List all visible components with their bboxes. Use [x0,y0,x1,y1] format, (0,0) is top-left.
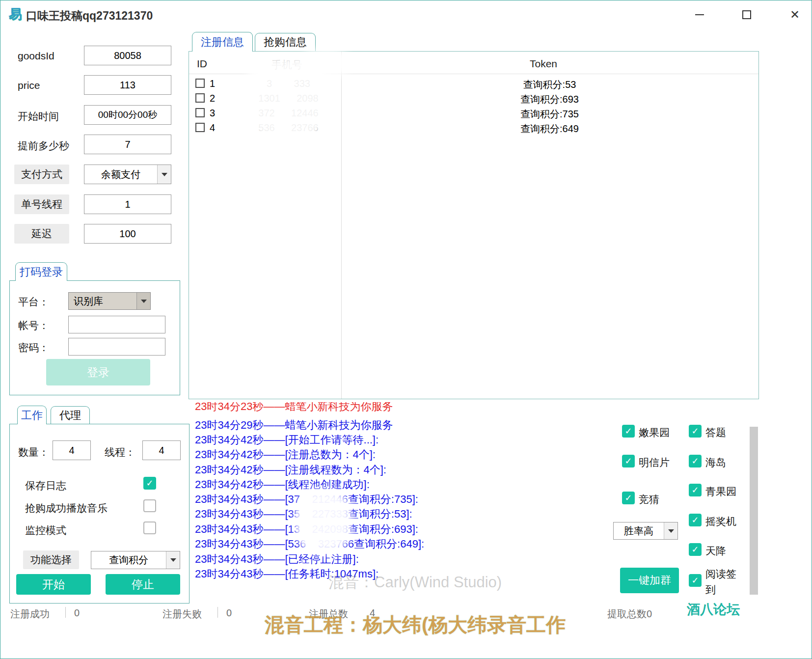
minimize-button[interactable] [687,4,712,25]
function-select-value: 查询积分 [91,551,166,569]
option-checkbox-yaojiangji[interactable]: ✓ [689,514,702,526]
status-extract-total: 提取总数0 [607,607,652,621]
music-on-success-checkbox[interactable] [143,499,156,512]
log-line: 23时34分29秒——蜡笔小新科技为你服务 [195,418,393,433]
status-reg-total-value: 4 [370,607,375,619]
price-label: price [18,80,40,91]
tab-purchase-info[interactable]: 抢购信息 [255,33,316,51]
check-icon: ✓ [691,426,699,437]
column-header-token[interactable]: Token [530,58,557,70]
start-button[interactable]: 开始 [16,574,91,595]
save-log-label: 保存日志 [25,479,66,493]
option-checkbox-nenguoyuan[interactable]: ✓ [622,425,635,438]
option-checkbox-yueduqiandao[interactable]: ✓ [689,574,702,587]
advance-seconds-input[interactable]: 7 [84,135,171,154]
save-log-checkbox[interactable]: ✓ [143,477,156,490]
status-reg-total-label: 注册总数 [309,607,348,621]
option-checkbox-qingguoyuan[interactable]: ✓ [689,484,702,496]
table-row[interactable]: 3 372 12446 查询积分:735 [189,106,758,120]
password-label: 密码： [18,341,49,355]
check-icon: ✓ [146,478,153,489]
row-checkbox[interactable] [195,108,205,117]
maximize-button[interactable] [734,4,759,25]
option-label-nenguoyuan: 嫩果园 [639,426,670,439]
row-token: 查询积分:735 [342,108,757,121]
table-row[interactable]: 1 3 333 查询积分:53 [189,76,758,91]
account-input[interactable] [68,316,165,333]
row-checkbox[interactable] [195,93,205,103]
login-button[interactable]: 登录 [46,359,150,385]
log-line: 23时34分42秒——[线程池创建成功]: [195,477,370,492]
win-rate-arrow[interactable] [664,522,677,539]
log-line: 23时34分42秒——[开始工作请等待...]: [195,433,379,447]
row-checkbox[interactable] [195,79,205,88]
tab-proxy[interactable]: 代理 [51,406,90,424]
platform-select-arrow[interactable] [136,293,150,309]
advance-seconds-label: 提前多少秒 [18,139,69,153]
row-phone: 372 12446 [241,108,336,119]
pay-method-arrow[interactable] [157,165,171,184]
table-row[interactable]: 4 536 23766 查询积分:649 [189,120,758,135]
row-id: 1 [210,78,215,89]
join-group-button[interactable]: 一键加群 [620,568,679,593]
option-label-haidao: 海岛 [705,456,726,469]
option-label-yaojiangji: 摇奖机 [705,515,736,528]
option-checkbox-haidao[interactable]: ✓ [689,455,702,467]
vertical-scrollbar[interactable] [750,427,758,595]
check-icon: ✓ [624,426,632,437]
option-checkbox-jingcai[interactable]: ✓ [622,492,635,504]
delay-input[interactable]: 100 [84,224,171,244]
log-line: 23时34分43秒——[37 212446查询积分:735]: [195,492,418,507]
function-select-arrow[interactable] [166,551,180,569]
monitor-mode-checkbox[interactable] [143,522,156,534]
pay-method-select[interactable]: 余额支付 [84,165,171,184]
single-thread-input[interactable]: 1 [84,194,171,214]
check-icon: ✓ [624,456,632,467]
win-rate-select[interactable]: 胜率高 [613,522,678,540]
account-label: 帐号： [18,319,49,332]
tab-register-info[interactable]: 注册信息 [192,32,253,52]
column-header-id[interactable]: ID [197,58,207,70]
option-label-jingcai: 竞猜 [639,493,659,506]
tab-captcha-login[interactable]: 打码登录 [15,262,67,281]
function-select[interactable]: 查询积分 [91,551,180,569]
option-checkbox-dati[interactable]: ✓ [689,425,702,438]
status-reg-fail-value: 0 [226,607,232,619]
password-input[interactable] [68,338,165,356]
start-time-input[interactable]: 00时00分00秒 [84,105,171,125]
row-phone: 3 333 [241,78,336,89]
platform-select[interactable]: 识别库 [68,292,151,310]
chevron-down-icon [141,300,147,303]
stop-button[interactable]: 停止 [106,574,180,595]
option-label-mingxinpian: 明信片 [639,456,670,469]
check-icon: ✓ [691,485,699,495]
option-checkbox-mingxinpian[interactable]: ✓ [622,455,635,467]
close-button[interactable]: ✕ [782,4,808,25]
status-separator [217,607,218,618]
row-id: 4 [210,122,215,134]
app-logo-icon: 易 [7,6,23,22]
option-label-dati: 答题 [705,426,726,439]
column-header-phone[interactable]: 手机号 [271,58,302,72]
start-time-label: 开始时间 [18,110,59,123]
row-checkbox[interactable] [195,123,205,132]
window-title: 口味王投稿qq273121370 [26,8,153,24]
maximize-icon [742,10,751,19]
win-rate-value: 胜率高 [614,522,664,539]
goods-id-input[interactable]: 80058 [84,46,171,65]
row-phone: 536 23766 [241,122,336,134]
log-area[interactable]: 23时34分23秒——蜡笔小新科技为你服务 23时34分29秒——蜡笔小新科技为… [189,402,611,586]
chevron-down-icon [162,173,167,176]
log-line: 23时34分43秒——[13 242098查询积分:693]: [195,522,418,537]
thread-count-input[interactable]: 4 [142,440,181,460]
title-bar: 易 口味王投稿qq273121370 ✕ [0,0,812,29]
quantity-input[interactable]: 4 [53,440,91,460]
status-separator [65,607,66,618]
option-label-yueduqiandao: 阅读签到 [705,566,741,598]
price-input[interactable]: 113 [84,75,171,95]
tab-work[interactable]: 工作 [17,406,47,424]
table-row[interactable]: 2 1301 2098 查询积分:693 [189,91,758,106]
option-checkbox-tianjiang[interactable]: ✓ [689,543,702,556]
platform-value: 识别库 [69,293,136,309]
quantity-label: 数量： [18,445,49,459]
